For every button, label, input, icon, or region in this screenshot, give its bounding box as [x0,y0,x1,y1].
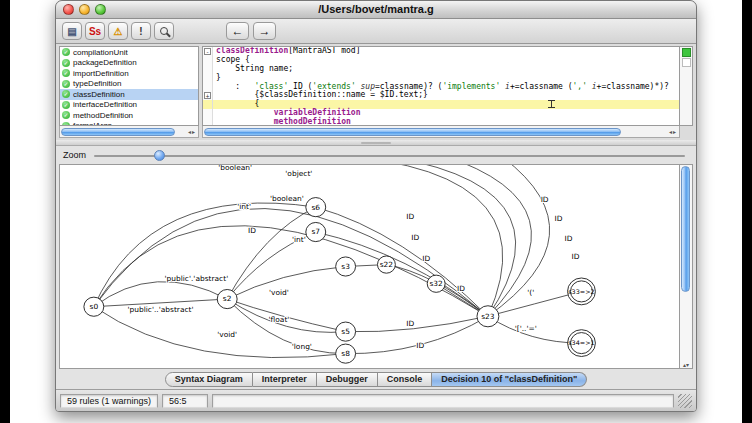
forward-button[interactable]: → [253,22,276,40]
transition-edge [227,207,316,299]
rule-label: packageDefinition [73,58,137,67]
rule-label: classDefinition [73,90,125,99]
state-node-s2[interactable]: s2 [217,289,237,308]
code-line[interactable]: methodDefinition [203,118,679,126]
rule-item-classDefinition[interactable]: ✓classDefinition [60,89,198,100]
rule-item-compilationUnit[interactable]: ✓compilationUnit [60,47,198,58]
svg-text:s22: s22 [380,260,393,269]
app-window: /Users/bovet/mantra.g ▤Ss⚠! ← → ✓compila… [55,0,697,412]
state-node-s22[interactable]: s22 [377,256,395,273]
state-node-s8[interactable]: s8 [336,344,356,363]
edge-label: ID [406,212,414,221]
fold-gutter [203,118,213,126]
decision-diagram-canvas[interactable]: 'public'..'abstract''public'.'abstract''… [59,164,680,369]
rule-item-packageDefinition[interactable]: ✓packageDefinition [60,58,198,69]
editor-hscrollbar[interactable]: ◂▸ [202,126,680,138]
rule-item-typeDefinition[interactable]: ✓typeDefinition [60,79,198,90]
edge-label: 'public'.'abstract' [164,274,228,283]
tab-syntax-diagram[interactable]: Syntax Diagram [165,372,253,387]
state-node-s7[interactable]: s7 [306,222,326,241]
state-node-s23[interactable]: s23 [477,306,499,327]
rule-status-icon: ✓ [62,80,70,88]
rule-item-interfaceDefinition[interactable]: ✓interfaceDefinition [60,100,198,111]
maximize-button[interactable] [95,4,106,15]
edge-label: ID [248,226,256,235]
rule-list: ✓compilationUnit✓packageDefinition✓impor… [59,46,199,126]
edge-label: 'boolean' [270,195,304,204]
fold-toggle-icon[interactable]: + [204,92,211,99]
screenshot-stage: /Users/bovet/mantra.g ▤Ss⚠! ← → ✓compila… [0,0,752,423]
state-node-s33=>2[interactable]: s33=>2 [568,278,596,305]
resize-grip[interactable] [678,394,692,408]
bottom-panel: Zoom 'public'..'abstract''public'.'abstr… [56,146,696,389]
state-node-s34=>1[interactable]: s34=>1 [568,330,596,357]
editor-panel: -classDefinition[MantraAST mod]scope { S… [202,46,693,138]
rules-hscrollbar[interactable]: ◂▸ [59,126,199,138]
diagram-vscrollbar[interactable]: ▴▾ [680,164,693,369]
rule-item-methodDefinition[interactable]: ✓methodDefinition [60,110,198,121]
back-button[interactable]: ← [226,22,249,40]
state-node-s5[interactable]: s5 [336,322,356,341]
edge-label: ID [411,233,419,242]
code-line[interactable]: -classDefinition[MantraAST mod] [203,47,679,56]
editor-hscrollbar-thumb[interactable] [204,128,621,136]
diagram-vscrollbar-thumb[interactable] [681,166,690,292]
tab-console[interactable]: Console [378,372,433,387]
svg-text:s32: s32 [429,279,442,288]
titlebar[interactable]: /Users/bovet/mantra.g [56,1,696,19]
state-node-s3[interactable]: s3 [336,257,356,276]
state-node-s0[interactable]: s0 [84,297,104,316]
edge-label: 'boolean' [218,164,252,172]
scrollbar-arrows-icon[interactable]: ▴▾ [680,362,692,368]
text-cursor-icon [548,100,555,108]
minimize-button[interactable] [79,4,90,15]
zoom-slider-knob[interactable] [154,150,165,161]
svg-text:s3: s3 [341,262,350,271]
canvas-row: 'public'..'abstract''public'.'abstract''… [59,164,693,369]
splitter-handle[interactable] [56,140,696,146]
svg-text:s6: s6 [311,203,320,212]
editor-view-button[interactable]: ▤ [62,22,82,40]
edge-label: '['..'=' [515,324,537,333]
rules-hscrollbar-thumb[interactable] [61,128,175,136]
letterbox-left [0,0,10,423]
svg-text:s2: s2 [223,295,232,304]
fold-gutter [203,56,213,65]
editor-scroll-box[interactable] [682,58,691,67]
fold-gutter [203,100,213,109]
syntax-coloring-button[interactable]: Ss [85,22,105,40]
check-grammar-button[interactable]: ⚠ [108,22,128,40]
code-editor[interactable]: -classDefinition[MantraAST mod]scope { S… [202,46,680,126]
zoom-slider[interactable] [94,149,689,162]
tab-interpreter[interactable]: Interpreter [253,372,317,387]
scrollbar-arrows-icon[interactable]: ◂▸ [669,128,678,135]
code-line[interactable]: String name; [203,65,679,74]
rule-status-icon: ✓ [62,90,70,98]
traffic-lights [63,4,106,15]
rule-status-icon: ✓ [62,59,70,67]
scrollbar-arrows-icon[interactable]: ◂▸ [188,128,197,135]
close-button[interactable] [63,4,74,15]
transition-edge [346,316,488,332]
edge-label: 'int' [237,202,251,211]
rule-label: importDefinition [73,69,129,78]
status-rules-count: 59 rules (1 warnings) [60,394,158,408]
fold-toggle-icon[interactable]: - [204,48,211,55]
edge-label: 'public'..'abstract' [127,306,193,315]
window-title: /Users/bovet/mantra.g [56,1,696,18]
edge-label: ID [406,319,414,328]
rule-status-icon: ✓ [62,101,70,109]
console-button[interactable]: ! [131,22,151,40]
edge-label: ID [416,341,424,350]
code-line[interactable]: + {$classDefinition::name = $ID.text;} [203,91,679,100]
state-node-s6[interactable]: s6 [306,198,326,217]
rule-status-icon: ✓ [62,48,70,56]
editor-vscrollbar[interactable] [680,46,693,126]
fold-gutter [203,109,213,118]
find-button[interactable] [154,22,174,40]
state-node-s32[interactable]: s32 [427,275,445,292]
tab-decision-10-of-classdefinition[interactable]: Decision 10 of "classDefinition" [432,372,587,387]
grammar-health-indicator [682,48,691,57]
rule-item-importDefinition[interactable]: ✓importDefinition [60,68,198,79]
tab-debugger[interactable]: Debugger [317,372,378,387]
